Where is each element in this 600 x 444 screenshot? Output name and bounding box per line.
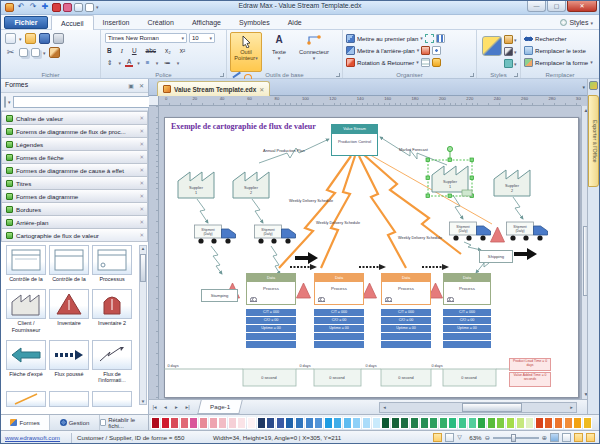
diagram-title[interactable]: Exemple de cartographie de flux de valeu… xyxy=(171,122,331,131)
lead-time-box[interactable]: Product Lead Time = 0 days xyxy=(509,358,551,371)
subscript-button[interactable]: x₂ xyxy=(163,46,173,55)
shape-cell-fleche-expedition[interactable]: Flèche d'expé xyxy=(5,340,47,389)
styles-dialog-launcher[interactable] xyxy=(514,73,518,77)
tab-formes[interactable]: Formes xyxy=(1,415,50,430)
color-swatch[interactable] xyxy=(487,417,496,429)
tab-retablir[interactable]: Rétablir le fichi... xyxy=(100,415,148,430)
process-box-1[interactable]: Data Process xyxy=(246,273,296,305)
sidebar-close-icon[interactable]: ✕ xyxy=(139,82,144,89)
annual-plan-label[interactable]: Annual Production Plan xyxy=(263,148,305,153)
find-button[interactable]: Rechercher xyxy=(535,35,567,42)
save-icon[interactable] xyxy=(39,33,50,44)
library-palette-icon[interactable] xyxy=(4,96,6,108)
line-style-icon[interactable] xyxy=(504,47,513,56)
tab-scroll-caret[interactable]: ▾ xyxy=(582,84,585,90)
align-icon[interactable]: ≡ xyxy=(144,58,152,67)
category-close-icon[interactable]: ✕ xyxy=(139,154,144,160)
scroll-down-icon[interactable]: ▼ xyxy=(140,399,146,404)
fit-page-icon[interactable] xyxy=(550,433,559,442)
data-stack-3[interactable]: C/T = 000C/O = 00Uptime = 00 xyxy=(381,309,431,349)
gallery-scroll-thumb[interactable] xyxy=(140,254,146,282)
view-normal-icon[interactable] xyxy=(433,433,442,442)
outils-dialog-launcher[interactable] xyxy=(336,73,340,77)
edrawsoft-link[interactable]: www.edrawsoft.com xyxy=(5,434,60,441)
shape-cell-client-fournisseur[interactable]: Client / Fournisseur xyxy=(5,289,47,338)
tab-creation[interactable]: Création xyxy=(138,15,182,30)
zoom-slider[interactable] xyxy=(493,437,539,439)
category-formes-de-fleche[interactable]: Formes de flèche✕ xyxy=(1,150,148,163)
shape-cell-inventaire[interactable]: Inventaire xyxy=(48,289,90,338)
tab-gestion[interactable]: Gestion xyxy=(50,415,99,430)
category-close-icon[interactable]: ✕ xyxy=(139,128,144,134)
category-close-icon[interactable]: ✕ xyxy=(139,115,144,121)
color-swatch[interactable] xyxy=(391,417,400,429)
bullets-icon[interactable]: ≔ xyxy=(162,58,173,67)
market-forecast-label[interactable]: Market Forecast xyxy=(399,147,428,152)
text-tool-button[interactable]: A Texte▾ xyxy=(262,32,296,72)
document-close-icon[interactable]: ✕ xyxy=(259,86,264,93)
category-close-icon[interactable]: ✕ xyxy=(139,141,144,147)
production-control-box[interactable]: Value Stream Production Control xyxy=(331,124,378,156)
color-swatch[interactable] xyxy=(228,417,237,429)
shape-cell-partial-2[interactable] xyxy=(48,391,90,412)
export-office-icon[interactable] xyxy=(589,81,598,90)
magnifier-icon[interactable] xyxy=(562,433,571,442)
bold-button[interactable]: B xyxy=(105,46,114,55)
category-close-icon[interactable]: ✕ xyxy=(139,206,144,212)
process-box-2[interactable]: Data Process xyxy=(314,273,364,305)
tab-insertion[interactable]: Insertion xyxy=(94,15,139,30)
color-swatch[interactable] xyxy=(295,417,304,429)
value-added-box[interactable]: Value Added Time = 0 seconds xyxy=(509,372,551,387)
shape-cell-flux-information[interactable]: Flux de l'informati... xyxy=(91,340,133,389)
category-close-icon[interactable]: ✕ xyxy=(139,232,144,238)
weekly-schedule-label[interactable]: Weekly Delivery Schedule xyxy=(398,236,442,240)
open-icon[interactable] xyxy=(25,33,36,44)
color-swatch[interactable] xyxy=(535,417,544,429)
tab-accueil[interactable]: Accueil xyxy=(51,15,94,30)
cut-icon[interactable]: ✂ xyxy=(5,47,16,58)
category-cause-effet[interactable]: Formes de diagramme de cause à effet✕ xyxy=(1,163,148,176)
full-screen-icon[interactable] xyxy=(586,433,595,442)
superscript-button[interactable]: x² xyxy=(178,46,187,55)
first-page-button[interactable]: |◂ xyxy=(149,400,160,414)
color-swatch[interactable] xyxy=(333,417,342,429)
horizontal-scrollbar[interactable]: ◂ ▸ xyxy=(379,402,577,413)
color-swatch[interactable] xyxy=(218,417,227,429)
fill-bucket-icon[interactable] xyxy=(504,35,513,44)
color-swatch[interactable] xyxy=(400,417,409,429)
shape-cell-controle-2[interactable]: Contrôle de la xyxy=(48,245,90,287)
lock-icon[interactable] xyxy=(432,58,441,67)
pan-mode-icon[interactable] xyxy=(574,433,583,442)
category-flux-de-processus[interactable]: Forems de diagramme de flux de proc...✕ xyxy=(1,124,148,137)
color-swatch[interactable] xyxy=(554,417,563,429)
zoom-slider-thumb[interactable] xyxy=(511,434,516,442)
grid-icon[interactable] xyxy=(421,58,430,67)
color-swatch[interactable] xyxy=(477,417,486,429)
color-swatch[interactable] xyxy=(448,417,457,429)
shape-cell-processus[interactable]: Processus xyxy=(91,245,133,287)
zoom-out-icon[interactable]: ⊖ xyxy=(485,434,490,441)
export-office-tab[interactable]: Exporter à l'Office xyxy=(588,95,599,187)
color-swatch[interactable] xyxy=(285,417,294,429)
next-page-button[interactable]: ▸ xyxy=(171,400,182,414)
color-swatch[interactable] xyxy=(343,417,352,429)
file-menu-button[interactable]: Fichier xyxy=(4,16,48,29)
category-close-icon[interactable]: ✕ xyxy=(139,167,144,173)
drawing-canvas[interactable]: Supplier 1 Supplier 2 Supplier 1 xyxy=(159,106,581,399)
shape-cell-controle-1[interactable]: Contrôle de la xyxy=(5,245,47,287)
send-back-button[interactable]: Mettre à l'arrière-plan xyxy=(357,47,415,54)
category-cartographie-flux-valeur[interactable]: Cartographie de flux de valeur✕ xyxy=(1,228,148,241)
shape-cell-inventaire-2[interactable]: Inventaire 2 xyxy=(91,289,133,338)
line-spacing-icon[interactable]: ⇕ xyxy=(105,58,114,67)
pointer-tool-button[interactable]: OutilPointeur▾ xyxy=(230,32,262,72)
pin-icon[interactable]: ▣ xyxy=(128,82,134,89)
process-box-4[interactable]: Data Process xyxy=(443,273,491,305)
strikethrough-button[interactable]: abc xyxy=(144,46,158,55)
color-swatch[interactable] xyxy=(439,417,448,429)
category-close-icon[interactable]: ✕ xyxy=(139,180,144,186)
weekly-schedule-label[interactable]: Weekly Delivery Schedule xyxy=(316,221,360,225)
color-swatch[interactable] xyxy=(257,417,266,429)
underline-button[interactable]: U xyxy=(130,46,139,55)
zoom-in-icon[interactable]: ⊕ xyxy=(542,434,547,441)
scroll-left-icon[interactable]: ◂ xyxy=(380,403,389,412)
